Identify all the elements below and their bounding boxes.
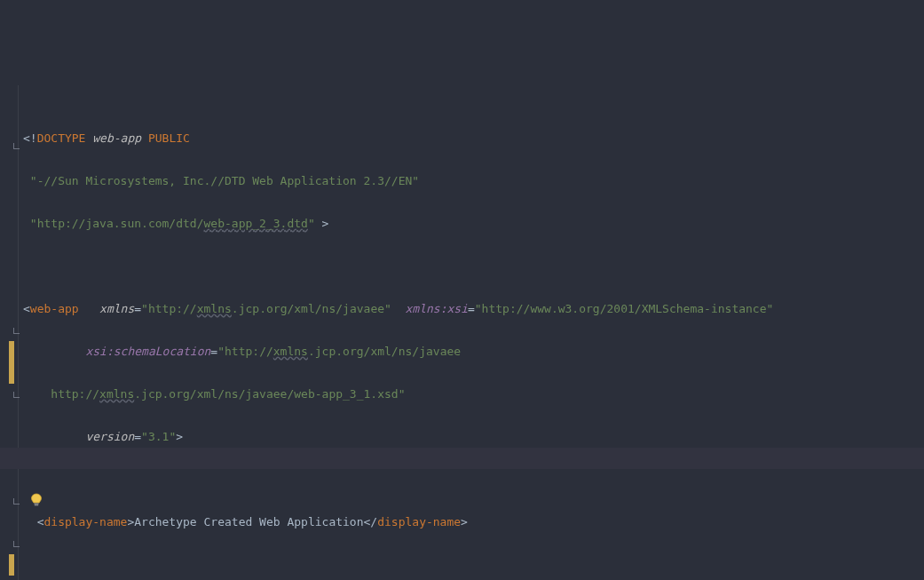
doctype-keyword: DOCTYPE bbox=[37, 131, 86, 145]
code-line[interactable] bbox=[23, 256, 924, 277]
code-area[interactable]: <!DOCTYPE web-app PUBLIC "-//Sun Microsy… bbox=[23, 85, 924, 580]
doctype-public: PUBLIC bbox=[148, 131, 190, 145]
code-line[interactable]: <display-name>Archetype Created Web Appl… bbox=[23, 512, 924, 533]
doctype-fpi: "-//Sun Microsystems, Inc.//DTD Web Appl… bbox=[30, 174, 419, 187]
code-line[interactable]: xsi:schemaLocation="http://xmlns.jcp.org… bbox=[23, 341, 924, 362]
fold-toggle-icon[interactable] bbox=[13, 143, 20, 149]
code-line[interactable]: <!DOCTYPE web-app PUBLIC bbox=[23, 128, 924, 149]
doctype-uri: "http://java.sun.com/dtd/web-app_2_3.dtd… bbox=[30, 217, 315, 230]
tag-web-app: web-app bbox=[30, 302, 79, 315]
code-line[interactable]: version="3.1"> bbox=[23, 426, 924, 448]
fold-toggle-icon[interactable] bbox=[13, 328, 20, 334]
intention-bulb-icon[interactable] bbox=[30, 450, 43, 465]
svg-rect-0 bbox=[35, 504, 39, 505]
code-line[interactable]: "-//Sun Microsystems, Inc.//DTD Web Appl… bbox=[23, 171, 924, 192]
text-content: Archetype Created Web Application bbox=[134, 515, 363, 528]
attr-xmlns-xsi: xmlns:xsi bbox=[406, 302, 468, 315]
attr-schema-location: xsi:schemaLocation bbox=[85, 345, 210, 358]
svg-rect-1 bbox=[35, 505, 38, 505]
attr-value: http://xmlns.jcp.org/xml/ns/javaee/web-a… bbox=[23, 387, 405, 401]
code-line[interactable] bbox=[23, 469, 924, 490]
attr-value: "http://www.w3.org/2001/XMLSchema-instan… bbox=[475, 302, 774, 315]
editor-gutter bbox=[0, 85, 23, 580]
attr-value: "3.1" bbox=[141, 430, 176, 443]
tag-display-name: display-name bbox=[43, 515, 127, 528]
code-line[interactable]: "http://java.sun.com/dtd/web-app_2_3.dtd… bbox=[23, 213, 924, 234]
vcs-change-marker[interactable] bbox=[9, 554, 14, 576]
doctype-root: web-app bbox=[92, 131, 141, 145]
code-editor[interactable]: <!DOCTYPE web-app PUBLIC "-//Sun Microsy… bbox=[0, 85, 924, 580]
attr-value: "http://xmlns.jcp.org/xml/ns/javaee bbox=[217, 345, 461, 358]
code-line[interactable] bbox=[23, 554, 924, 576]
attr-xmlns: xmlns bbox=[99, 302, 134, 315]
code-line[interactable]: <web-app xmlns="http://xmlns.jcp.org/xml… bbox=[23, 298, 924, 320]
attr-value: "http://xmlns.jcp.org/xml/ns/javaee" bbox=[141, 302, 391, 315]
xml-punctuation: > bbox=[322, 217, 329, 230]
fold-toggle-icon[interactable] bbox=[13, 498, 20, 505]
code-line[interactable]: http://xmlns.jcp.org/xml/ns/javaee/web-a… bbox=[23, 384, 924, 405]
attr-version: version bbox=[85, 430, 134, 443]
vcs-change-marker[interactable] bbox=[9, 341, 14, 384]
xml-punctuation: <! bbox=[23, 131, 37, 145]
fold-toggle-icon[interactable] bbox=[13, 541, 20, 547]
fold-toggle-icon[interactable] bbox=[13, 392, 20, 398]
